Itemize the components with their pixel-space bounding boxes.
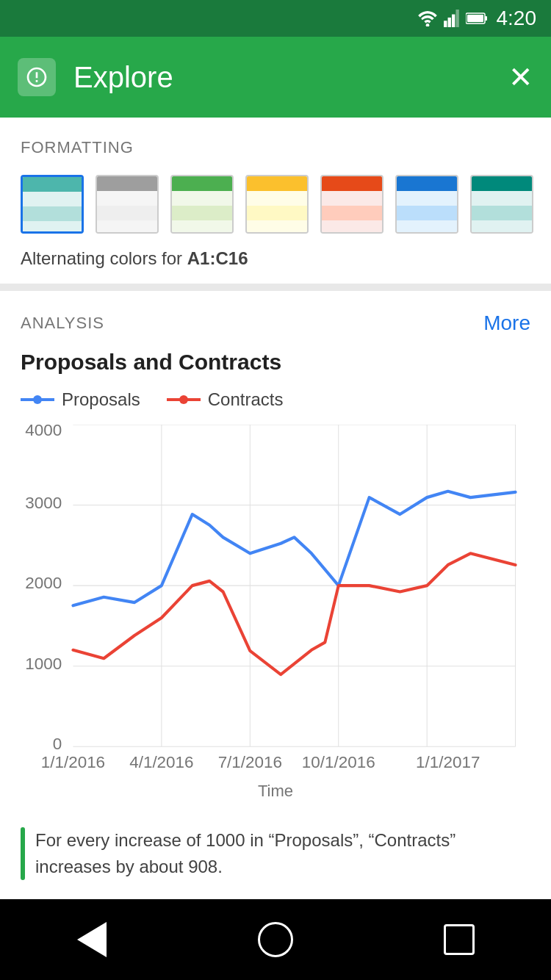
status-bar: 4:20 xyxy=(0,0,551,37)
nav-bar xyxy=(0,899,551,980)
formatting-section: FORMATTING xyxy=(0,118,551,284)
line-chart: .grid-line { stroke: #e0e0e0; stroke-wid… xyxy=(21,425,530,777)
insight-bar xyxy=(21,827,25,880)
chart-container: Proposals and Contracts Proposals Contra… xyxy=(0,335,551,820)
legend-contracts-label: Contracts xyxy=(208,389,284,410)
app-bar: Explore ✕ xyxy=(0,37,551,118)
main-content: FORMATTING xyxy=(0,118,551,980)
x-axis-label: Time xyxy=(21,777,530,813)
theme-grid xyxy=(21,175,530,234)
theme-1[interactable] xyxy=(21,175,84,234)
insight-box: For every increase of 1000 in “Proposals… xyxy=(21,827,530,880)
svg-point-11 xyxy=(179,395,188,404)
svg-rect-6 xyxy=(485,16,487,21)
theme-4[interactable] xyxy=(245,175,309,234)
legend-proposals-label: Proposals xyxy=(62,389,140,410)
svg-text:3000: 3000 xyxy=(25,493,62,512)
theme-2[interactable] xyxy=(96,175,159,234)
svg-text:4/1/2016: 4/1/2016 xyxy=(129,752,193,771)
theme-6[interactable] xyxy=(395,175,458,234)
analysis-label: ANALYSIS xyxy=(21,314,104,333)
home-button[interactable] xyxy=(246,910,305,969)
svg-text:2000: 2000 xyxy=(25,573,62,592)
svg-rect-7 xyxy=(467,15,483,22)
svg-text:1/1/2017: 1/1/2017 xyxy=(416,752,480,771)
svg-text:1000: 1000 xyxy=(25,654,62,673)
close-button[interactable]: ✕ xyxy=(508,60,533,94)
theme-5[interactable] xyxy=(320,175,383,234)
more-button[interactable]: More xyxy=(483,311,530,335)
analysis-header: ANALYSIS More xyxy=(0,291,551,335)
svg-rect-4 xyxy=(455,10,458,27)
svg-rect-1 xyxy=(444,21,447,27)
app-bar-title: Explore xyxy=(73,61,508,94)
legend-proposals: Proposals xyxy=(21,389,140,410)
format-description: Alternating colors for A1:C16 xyxy=(21,248,530,269)
proposals-line xyxy=(73,491,515,605)
signal-icon xyxy=(444,10,460,27)
insight-text: For every increase of 1000 in “Proposals… xyxy=(35,827,530,880)
section-divider xyxy=(0,284,551,291)
svg-text:0: 0 xyxy=(53,734,62,753)
svg-text:4000: 4000 xyxy=(25,425,62,439)
svg-point-0 xyxy=(425,24,429,26)
formatting-label: FORMATTING xyxy=(21,138,530,157)
wifi-icon xyxy=(417,10,438,26)
recent-button[interactable] xyxy=(430,910,489,969)
svg-rect-2 xyxy=(447,18,450,27)
svg-text:1/1/2016: 1/1/2016 xyxy=(41,752,105,771)
battery-icon xyxy=(466,11,488,26)
proposals-legend-icon xyxy=(21,393,54,406)
star-icon xyxy=(25,65,48,89)
chart-title: Proposals and Contracts xyxy=(21,350,530,375)
explore-app-icon xyxy=(18,58,56,96)
contracts-line xyxy=(73,553,515,674)
svg-text:10/1/2016: 10/1/2016 xyxy=(302,752,375,771)
theme-7[interactable] xyxy=(470,175,533,234)
svg-rect-3 xyxy=(452,15,455,27)
legend-contracts: Contracts xyxy=(167,389,284,410)
contracts-legend-icon xyxy=(167,393,201,406)
back-button[interactable] xyxy=(62,910,121,969)
svg-text:7/1/2016: 7/1/2016 xyxy=(218,752,282,771)
chart-legend: Proposals Contracts xyxy=(21,389,530,410)
theme-3[interactable] xyxy=(170,175,234,234)
svg-point-9 xyxy=(33,395,42,404)
time: 4:20 xyxy=(497,7,537,30)
status-icons xyxy=(417,10,488,27)
